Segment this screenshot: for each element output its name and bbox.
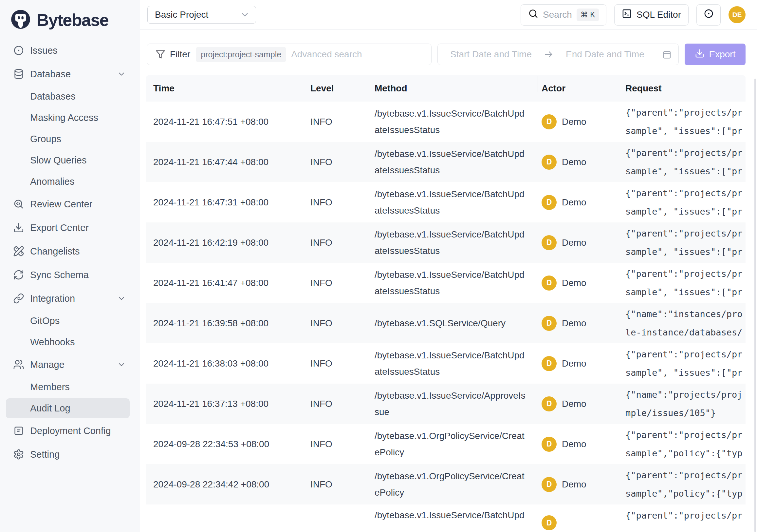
table-row[interactable]: 2024-09-28 22:34:53 +08:00 INFO /bytebas…: [146, 424, 745, 464]
cell-request: {"parent":"projects/prsample", "issues":…: [622, 104, 745, 140]
sidebar-item-anomalies[interactable]: Anomalies: [0, 171, 140, 192]
logo-link[interactable]: Bytebase: [0, 0, 140, 31]
cell-level: INFO: [307, 157, 371, 168]
table-row[interactable]: 2024-09-28 22:34:42 +08:00 INFO /bytebas…: [146, 464, 745, 505]
arrow-right-icon: [544, 49, 554, 60]
actor-name: Demo: [562, 479, 587, 490]
database-icon: [13, 69, 24, 79]
advanced-search-placeholder: Advanced search: [291, 49, 362, 60]
cell-level: INFO: [307, 278, 371, 288]
sidebar-item-label: Setting: [30, 449, 60, 460]
cell-level: INFO: [307, 117, 371, 127]
table-row[interactable]: 2024-11-21 16:47:51 +08:00 INFO /bytebas…: [146, 102, 745, 142]
sidebar-item-groups[interactable]: Groups: [0, 128, 140, 150]
sidebar-item-audit-log[interactable]: Audit Log: [0, 398, 140, 419]
scrollbar[interactable]: [754, 78, 756, 532]
sidebar-item-setting[interactable]: Setting: [0, 443, 140, 466]
cell-level: INFO: [307, 479, 371, 490]
sidebar-item-deployment-config[interactable]: Deployment Config: [0, 419, 140, 443]
cell-actor: D Demo: [538, 316, 622, 331]
sidebar-item-gitops[interactable]: GitOps: [0, 310, 140, 331]
column-header-method: Method: [371, 80, 538, 97]
sidebar-item-sync-schema[interactable]: Sync Schema: [0, 263, 140, 287]
table-body: 2024-11-21 16:47:51 +08:00 INFO /bytebas…: [146, 102, 745, 530]
sidebar-item-members[interactable]: Members: [0, 376, 140, 398]
project-select[interactable]: Basic Project: [147, 6, 256, 24]
cell-time: 2024-11-21 16:41:47 +08:00: [146, 276, 307, 290]
sidebar-item-manage[interactable]: Manage: [0, 353, 140, 376]
table-row[interactable]: 2024-11-21 16:39:58 +08:00 INFO /bytebas…: [146, 303, 745, 343]
date-range-picker[interactable]: Start Date and Time End Date and Time: [438, 44, 679, 65]
cell-method: /bytebase.v1.OrgPolicyService/CreatePoli…: [371, 428, 538, 460]
sidebar-item-slow-queries[interactable]: Slow Queries: [0, 150, 140, 171]
sidebar-item-integration[interactable]: Integration: [0, 287, 140, 310]
cell-level: INFO: [307, 318, 371, 329]
request-json-line: {"parent":"projects/pr: [625, 184, 745, 203]
table-row[interactable]: /bytebase.v1.IssueService/BatchUpdateIss…: [146, 505, 745, 530]
logo-text: Bytebase: [37, 10, 108, 30]
refresh-icon: [13, 269, 24, 280]
actor-avatar: D: [542, 515, 557, 530]
actor-avatar: D: [542, 235, 557, 250]
actor-name: Demo: [562, 278, 587, 288]
export-button[interactable]: Export: [685, 44, 745, 65]
sidebar-item-label: Members: [30, 382, 70, 392]
start-date-placeholder: Start Date and Time: [450, 49, 532, 60]
cell-level: INFO: [307, 197, 371, 208]
sidebar-item-label: Slow Queries: [30, 155, 86, 166]
table-row[interactable]: 2024-11-21 16:42:19 +08:00 INFO /bytebas…: [146, 222, 745, 263]
cell-actor: D: [538, 505, 622, 530]
end-date-placeholder: End Date and Time: [566, 49, 644, 60]
search-button[interactable]: Search ⌘ K: [521, 4, 606, 25]
sidebar-item-databases[interactable]: Databases: [0, 86, 140, 107]
table-row[interactable]: 2024-11-21 16:37:13 +08:00 INFO /bytebas…: [146, 384, 745, 424]
sidebar-item-changelists[interactable]: Changelists: [0, 239, 140, 263]
link-icon: [13, 293, 24, 304]
sidebar-item-masking-access[interactable]: Masking Access: [0, 107, 140, 128]
table-header: TimeLevelMethodActorRequest: [146, 75, 745, 102]
cell-time: 2024-11-21 16:47:31 +08:00: [146, 196, 307, 209]
sidebar-item-database[interactable]: Database: [0, 62, 140, 86]
table-row[interactable]: 2024-11-21 16:38:03 +08:00 INFO /bytebas…: [146, 343, 745, 384]
sidebar-item-label: Manage: [30, 360, 65, 370]
actor-avatar: D: [542, 356, 557, 371]
chevron-down-icon: [117, 294, 126, 303]
request-json-line: {"parent":"projects/pr: [625, 144, 745, 162]
table-row[interactable]: 2024-11-21 16:47:44 +08:00 INFO /bytebas…: [146, 142, 745, 182]
sidebar-item-label: Integration: [30, 293, 75, 304]
request-json-line: sample", "issues":["pr: [625, 203, 745, 221]
request-json-line: sample", "issues":["pr: [625, 162, 745, 180]
sidebar-item-label: Issues: [30, 45, 58, 56]
actor-name: Demo: [562, 318, 587, 329]
sidebar-item-issues[interactable]: Issues: [0, 39, 140, 62]
sidebar-item-export-center[interactable]: Export Center: [0, 216, 140, 239]
sql-editor-button[interactable]: SQL Editor: [614, 4, 688, 25]
cell-actor: D Demo: [538, 155, 622, 170]
cell-method: /bytebase.v1.OrgPolicyService/CreatePoli…: [371, 468, 538, 501]
cell-level: INFO: [307, 237, 371, 248]
user-avatar[interactable]: DE: [729, 6, 745, 23]
filter-input[interactable]: Filter project:project-sample Advanced s…: [147, 44, 432, 65]
cell-request: {"parent":"projects/pr: [622, 505, 745, 525]
column-header-time: Time: [146, 82, 307, 95]
cell-level: INFO: [307, 399, 371, 409]
sidebar: Bytebase Issues Database Databases Maski…: [0, 0, 140, 532]
sidebar-item-label: Masking Access: [30, 112, 98, 123]
table-row[interactable]: 2024-11-21 16:41:47 +08:00 INFO /bytebas…: [146, 263, 745, 303]
search-code-icon: [13, 199, 24, 210]
cell-method: /bytebase.v1.IssueService/BatchUpdateIss…: [371, 347, 538, 380]
cell-method: /bytebase.v1.IssueService/BatchUpdateIss…: [371, 106, 538, 138]
search-placeholder: Search: [543, 10, 572, 20]
circle-dot-button[interactable]: [696, 4, 721, 25]
sidebar-item-label: Sync Schema: [30, 269, 89, 280]
actor-avatar: D: [542, 275, 557, 291]
table-row[interactable]: 2024-11-21 16:47:31 +08:00 INFO /bytebas…: [146, 182, 745, 222]
request-json-line: {"parent":"projects/pr: [625, 426, 745, 444]
request-json-line: sample","policy":{"typ: [625, 485, 745, 503]
export-label: Export: [709, 49, 736, 60]
cell-request: {"parent":"projects/prsample", "issues":…: [622, 224, 745, 261]
request-json-line: sample","policy":{"typ: [625, 444, 745, 462]
sidebar-item-review-center[interactable]: Review Center: [0, 192, 140, 216]
sidebar-item-webhooks[interactable]: Webhooks: [0, 331, 140, 353]
filter-chip-project[interactable]: project:project-sample: [196, 47, 286, 62]
